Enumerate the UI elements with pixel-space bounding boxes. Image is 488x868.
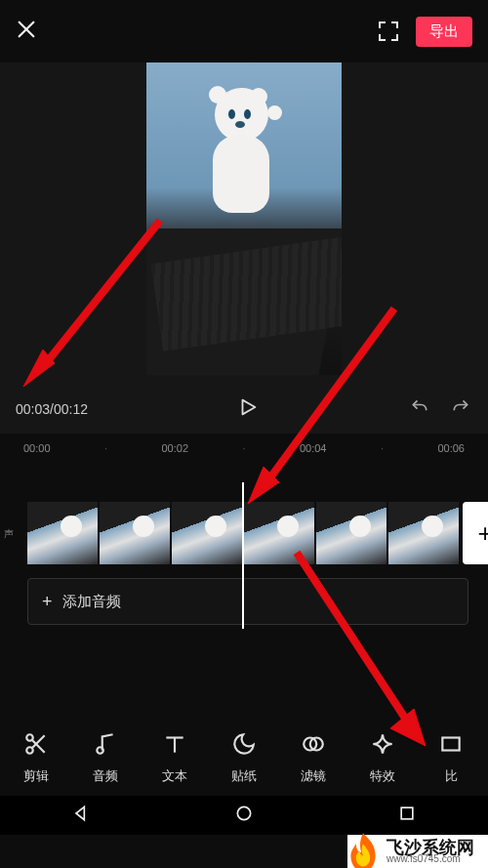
tool-edit[interactable]: 剪辑 xyxy=(8,731,64,785)
clip-thumbnail[interactable] xyxy=(244,502,314,564)
svg-rect-12 xyxy=(443,737,460,750)
add-audio-button[interactable]: + 添加音频 xyxy=(27,578,468,625)
tool-label: 滤镜 xyxy=(301,767,326,785)
music-note-icon xyxy=(93,731,118,760)
redo-icon[interactable] xyxy=(449,397,472,421)
video-preview[interactable] xyxy=(0,62,488,385)
add-audio-label: 添加音频 xyxy=(62,593,121,611)
track-label: 声 xyxy=(4,527,14,541)
clip-thumbnail[interactable] xyxy=(100,502,170,564)
clip-thumbnail[interactable] xyxy=(27,502,98,564)
svg-point-3 xyxy=(27,734,34,741)
tool-sticker[interactable]: 贴纸 xyxy=(216,731,272,785)
ratio-icon xyxy=(438,731,464,760)
bottom-toolbar: 剪辑音频文本贴纸滤镜特效比 xyxy=(0,720,488,796)
tool-audio[interactable]: 音频 xyxy=(77,731,134,785)
export-button[interactable]: 导出 xyxy=(416,17,472,47)
tool-label: 剪辑 xyxy=(23,767,49,785)
plus-icon: + xyxy=(42,592,53,612)
svg-marker-2 xyxy=(242,400,255,415)
android-navbar xyxy=(0,796,488,835)
clip-thumbnail[interactable] xyxy=(172,502,242,564)
add-clip-button[interactable]: + xyxy=(463,502,488,564)
moon-icon xyxy=(231,731,257,760)
scissors-icon xyxy=(23,731,49,760)
close-icon[interactable] xyxy=(16,17,37,47)
tool-label: 贴纸 xyxy=(231,767,257,785)
fullscreen-icon[interactable] xyxy=(377,20,400,43)
svg-point-4 xyxy=(27,747,34,754)
tool-label: 音频 xyxy=(93,767,118,785)
timeline-ruler[interactable]: 00:00 · 00:02 · 00:04 · 00:06 xyxy=(0,434,488,463)
playback-time: 00:03/00:12 xyxy=(16,401,88,417)
tool-ratio[interactable]: 比 xyxy=(423,731,479,785)
playhead[interactable] xyxy=(242,482,244,629)
star-icon xyxy=(370,731,395,760)
play-icon[interactable] xyxy=(237,396,259,422)
clip-thumbnail[interactable] xyxy=(316,502,386,564)
tool-filter[interactable]: 滤镜 xyxy=(285,731,342,785)
tool-label: 比 xyxy=(445,767,458,785)
svg-point-14 xyxy=(237,806,250,819)
tool-label: 文本 xyxy=(162,767,187,785)
video-track[interactable]: + xyxy=(0,502,488,566)
back-icon[interactable] xyxy=(71,804,91,827)
recent-icon[interactable] xyxy=(397,804,417,827)
overlap-circles-icon xyxy=(301,731,326,760)
svg-point-7 xyxy=(98,747,104,754)
svg-marker-13 xyxy=(76,806,84,819)
watermark: 飞沙系统网 www.fs0745.com xyxy=(347,835,488,868)
clip-thumbnail[interactable] xyxy=(388,502,459,564)
tool-label: 特效 xyxy=(370,767,395,785)
undo-icon[interactable] xyxy=(408,397,431,421)
text-icon xyxy=(162,731,187,760)
tool-text[interactable]: 文本 xyxy=(146,731,203,785)
tool-effect[interactable]: 特效 xyxy=(354,731,411,785)
home-icon[interactable] xyxy=(234,804,254,827)
svg-rect-15 xyxy=(401,807,413,819)
